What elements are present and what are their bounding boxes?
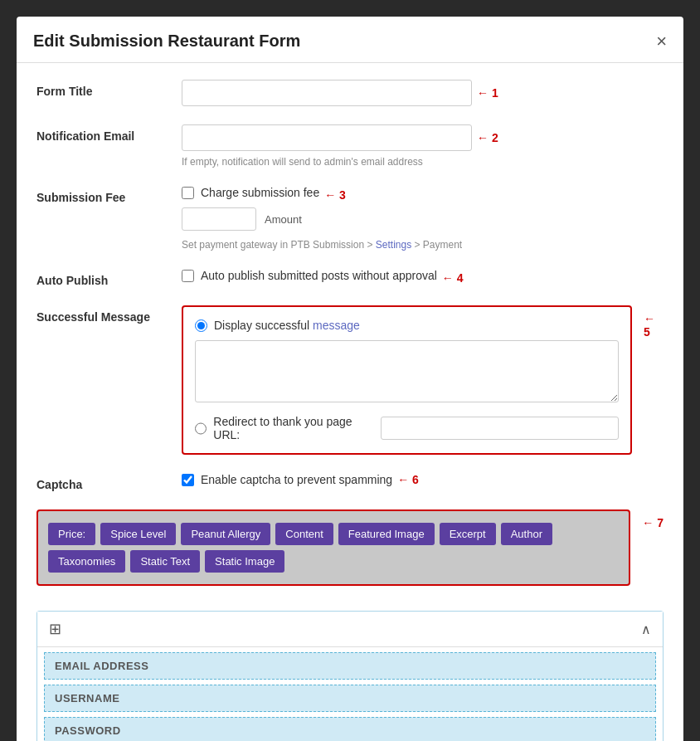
captcha-wrapper: Enable captcha to prevent spamming ← 6 — [182, 473, 664, 486]
tag-button[interactable]: Content — [275, 523, 333, 545]
notification-email-input-wrapper: ← 2 — [182, 124, 664, 151]
modal-header: Edit Submission Restaurant Form × — [17, 17, 683, 63]
tag-button[interactable]: Author — [501, 523, 552, 545]
tag-button[interactable]: Static Image — [205, 550, 284, 573]
modal-overlay: Edit Submission Restaurant Form × Form T… — [0, 0, 700, 741]
tag-button[interactable]: Spice Level — [100, 523, 176, 545]
annotation-7: ← 7 — [642, 516, 664, 529]
notification-email-label: Notification Email — [36, 124, 182, 143]
notification-email-helper: If empty, notification will send to admi… — [182, 156, 664, 168]
field-item: PASSWORD — [44, 717, 656, 741]
successful-message-label: Successful Message — [36, 305, 182, 324]
tag-button[interactable]: Featured Image — [338, 523, 435, 545]
close-button[interactable]: × — [656, 32, 667, 51]
amount-input[interactable] — [182, 207, 256, 231]
success-message-textarea[interactable] — [195, 340, 619, 402]
payment-settings-link[interactable]: Settings — [376, 239, 411, 251]
display-message-radio-row: Display successful message — [195, 319, 619, 332]
form-title-row: Form Title ← 1 — [36, 80, 664, 106]
charge-fee-wrapper: Charge submission fee ← 3 — [182, 186, 664, 204]
tag-button[interactable]: Excerpt — [440, 523, 496, 545]
auto-publish-checkbox[interactable] — [182, 270, 194, 282]
charge-fee-checkbox-row: Charge submission fee — [182, 186, 319, 199]
submission-fee-control: Charge submission fee ← 3 Amount Set pay… — [182, 186, 664, 251]
field-item: EMAIL ADDRESS — [44, 652, 656, 680]
form-title-input-wrapper: ← 1 — [182, 80, 664, 106]
grid-icon: ⊞ — [49, 620, 61, 638]
form-title-input[interactable] — [182, 80, 472, 106]
tag-button[interactable]: Static Text — [130, 550, 200, 573]
annotation-6: ← 6 — [397, 473, 419, 486]
fields-section: ⊞ ∧ EMAIL ADDRESSUSERNAMEPASSWORDTITLE — [36, 611, 664, 741]
amount-row: Amount — [182, 207, 664, 231]
modal: Edit Submission Restaurant Form × Form T… — [17, 17, 683, 741]
tag-button[interactable]: Taxonomies — [48, 550, 125, 573]
fields-list: EMAIL ADDRESSUSERNAMEPASSWORDTITLE — [37, 652, 663, 741]
redirect-radio[interactable] — [195, 422, 207, 435]
fields-header: ⊞ ∧ — [37, 612, 663, 647]
auto-publish-checkbox-label: Auto publish submitted posts without app… — [201, 269, 437, 282]
tags-wrapper: Price:Spice LevelPeanut AllergyContentFe… — [48, 523, 619, 573]
submission-fee-row: Submission Fee Charge submission fee ← 3… — [36, 186, 664, 251]
payment-helper: Set payment gateway in PTB Submission > … — [182, 239, 664, 251]
success-message-box: Display successful message Redirect to t… — [182, 305, 632, 455]
redirect-url-input[interactable] — [381, 417, 619, 440]
annotation-1: ← 1 — [477, 86, 498, 100]
auto-publish-checkbox-row: Auto publish submitted posts without app… — [182, 269, 437, 282]
annotation-3: ← 3 — [324, 188, 346, 202]
notification-email-control: ← 2 If empty, notification will send to … — [182, 124, 664, 168]
charge-fee-label: Charge submission fee — [201, 186, 319, 199]
form-title-control: ← 1 — [182, 80, 664, 106]
field-item: USERNAME — [44, 685, 656, 712]
submission-fee-label: Submission Fee — [36, 186, 182, 204]
tags-outer-wrapper: Price:Spice LevelPeanut AllergyContentFe… — [36, 509, 664, 599]
modal-body: Form Title ← 1 Notification Email ← 2 I — [17, 63, 683, 741]
captcha-checkbox-label: Enable captcha to prevent spamming — [201, 473, 392, 486]
auto-publish-label: Auto Publish — [36, 269, 182, 287]
display-message-radio[interactable] — [195, 319, 207, 332]
captcha-control: Enable captcha to prevent spamming ← 6 — [182, 473, 664, 486]
captcha-row: Captcha Enable captcha to prevent spammi… — [36, 473, 664, 491]
payment-helper-prefix: Set payment gateway in PTB Submission > — [182, 239, 376, 251]
auto-publish-row: Auto Publish Auto publish submitted post… — [36, 269, 664, 287]
auto-publish-control: Auto publish submitted posts without app… — [182, 269, 664, 287]
charge-fee-checkbox[interactable] — [182, 187, 194, 199]
tag-button[interactable]: Peanut Allergy — [181, 523, 270, 545]
auto-publish-wrapper: Auto publish submitted posts without app… — [182, 269, 664, 287]
modal-title: Edit Submission Restaurant Form — [33, 32, 300, 51]
captcha-checkbox[interactable] — [182, 474, 194, 486]
collapse-button[interactable]: ∧ — [641, 622, 651, 637]
display-message-radio-label: Display successful message — [214, 319, 360, 332]
successful-message-control: Display successful message Redirect to t… — [182, 305, 664, 455]
form-title-label: Form Title — [36, 80, 182, 98]
successful-message-row: Successful Message Display successful me… — [36, 305, 664, 455]
annotation-4: ← 4 — [442, 271, 464, 285]
amount-label: Amount — [265, 213, 302, 226]
successful-message-outer: Display successful message Redirect to t… — [182, 305, 664, 455]
annotation-2: ← 2 — [477, 131, 498, 144]
redirect-row: Redirect to thank you page URL: — [195, 415, 619, 441]
annotation-5: ← 5 — [644, 312, 664, 339]
captcha-label: Captcha — [36, 473, 182, 491]
tags-section: Price:Spice LevelPeanut AllergyContentFe… — [36, 509, 630, 586]
notification-email-row: Notification Email ← 2 If empty, notific… — [36, 124, 664, 168]
tag-button[interactable]: Price: — [48, 523, 95, 545]
notification-email-input[interactable] — [182, 124, 472, 151]
captcha-checkbox-row: Enable captcha to prevent spamming — [182, 473, 392, 486]
redirect-label: Redirect to thank you page URL: — [213, 415, 374, 441]
display-message-highlight: message — [313, 319, 360, 332]
payment-helper-suffix: > Payment — [411, 239, 462, 251]
